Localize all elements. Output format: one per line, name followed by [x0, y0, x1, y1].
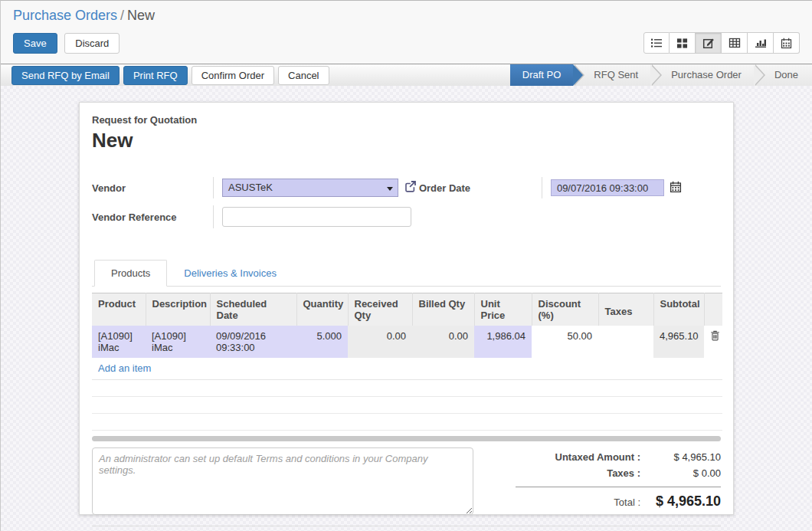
breadcrumb: Purchase Orders/New	[1, 1, 812, 25]
column-header-unit-price[interactable]: Unit Price	[474, 293, 532, 326]
untaxed-amount-value: $ 4,965.10	[640, 449, 721, 465]
order-lines-table: Product Description Scheduled Date Quant…	[92, 293, 722, 431]
table-header-row: Product Description Scheduled Date Quant…	[92, 293, 722, 326]
pivot-view-button[interactable]	[722, 32, 748, 54]
statusbar: Send RFQ by Email Print RFQ Confirm Orde…	[1, 64, 812, 86]
kanban-icon	[676, 38, 688, 49]
cell-taxes[interactable]	[598, 326, 653, 358]
totals-panel: Untaxed Amount : $ 4,965.10 Taxes : $ 0.…	[516, 447, 721, 515]
cell-subtotal: 4,965.10	[653, 326, 704, 358]
status-pipeline: Draft PO RFQ Sent Purchase Order Done	[510, 64, 812, 86]
stage-draft-po[interactable]: Draft PO	[510, 64, 574, 86]
breadcrumb-current: New	[127, 8, 155, 23]
vendor-select[interactable]: ASUSTeK	[222, 179, 398, 197]
calendar-icon	[670, 181, 682, 195]
graph-view-button[interactable]	[748, 32, 774, 54]
date-picker-button[interactable]	[670, 181, 682, 195]
list-icon	[650, 37, 663, 49]
notebook-tabs: Products Deliveries & Invoices	[92, 259, 721, 287]
order-date-input[interactable]	[551, 179, 664, 196]
cell-discount[interactable]: 50.00	[532, 326, 598, 358]
pivot-table-icon	[729, 37, 741, 49]
column-header-description[interactable]: Description	[146, 293, 210, 326]
open-vendor-record-button[interactable]	[404, 180, 417, 195]
bar-chart-icon	[755, 37, 767, 49]
column-header-taxes[interactable]: Taxes	[598, 293, 653, 326]
breadcrumb-separator: /	[117, 8, 127, 23]
horizontal-scrollbar[interactable]	[92, 436, 721, 441]
kanban-view-button[interactable]	[670, 32, 696, 54]
cell-quantity[interactable]: 5.000	[296, 326, 348, 358]
untaxed-amount-label: Untaxed Amount :	[555, 449, 640, 465]
column-header-quantity[interactable]: Quantity	[296, 293, 348, 326]
cancel-button[interactable]: Cancel	[278, 66, 329, 85]
form-background: Request for Quotation New Vendor ASUSTeK	[1, 86, 812, 531]
document-type-label: Request for Quotation	[92, 114, 721, 126]
calendar-view-button[interactable]	[774, 32, 800, 54]
column-header-billed-qty[interactable]: Billed Qty	[412, 293, 474, 326]
terms-and-conditions-textarea[interactable]	[92, 447, 473, 515]
page-title: New	[92, 129, 721, 152]
taxes-value: $ 0.00	[640, 465, 721, 481]
toolbar: Save Discard	[1, 25, 812, 64]
confirm-order-button[interactable]: Confirm Order	[192, 66, 274, 85]
vendor-reference-input[interactable]	[222, 207, 411, 227]
edit-pencil-icon	[702, 37, 715, 49]
stage-purchase-order[interactable]: Purchase Order	[650, 64, 754, 86]
column-header-discount[interactable]: Discount (%)	[532, 293, 598, 326]
chevron-down-icon	[387, 187, 393, 191]
vendor-selected-value: ASUSTeK	[228, 182, 273, 193]
empty-row	[92, 397, 722, 414]
column-header-scheduled-date[interactable]: Scheduled Date	[210, 293, 296, 326]
tab-deliveries-invoices[interactable]: Deliveries & Invoices	[167, 260, 293, 287]
empty-row	[92, 414, 722, 431]
taxes-label: Taxes :	[607, 465, 640, 481]
add-an-item-row: Add an item	[92, 358, 722, 380]
print-rfq-button[interactable]: Print RFQ	[123, 66, 188, 85]
form-view-button[interactable]	[696, 32, 722, 54]
list-view-button[interactable]	[643, 32, 670, 54]
save-button[interactable]: Save	[13, 33, 57, 54]
view-switcher	[643, 32, 800, 54]
sheet-footer-divider	[92, 526, 721, 526]
cell-product[interactable]: [A1090] iMac	[92, 326, 146, 358]
form-sheet: Request for Quotation New Vendor ASUSTeK	[79, 102, 734, 515]
column-header-received-qty[interactable]: Received Qty	[348, 293, 412, 326]
odoo-purchase-order-form: Purchase Orders/New Save Discard	[0, 0, 812, 531]
empty-row	[92, 380, 722, 397]
discard-button[interactable]: Discard	[64, 33, 120, 54]
breadcrumb-purchase-orders-link[interactable]: Purchase Orders	[13, 8, 117, 23]
column-header-subtotal[interactable]: Subtotal	[653, 293, 704, 326]
stage-rfq-sent[interactable]: RFQ Sent	[573, 64, 650, 86]
vendor-reference-label: Vendor Reference	[92, 211, 213, 223]
column-header-product[interactable]: Product	[92, 293, 146, 326]
cell-description[interactable]: [A1090] iMac	[146, 326, 210, 358]
cell-scheduled-date[interactable]: 09/09/2016 09:33:00	[210, 326, 296, 358]
delete-line-button[interactable]	[704, 326, 722, 358]
cell-received-qty: 0.00	[348, 326, 412, 358]
send-rfq-by-email-button[interactable]: Send RFQ by Email	[11, 66, 120, 85]
external-link-icon	[404, 180, 417, 195]
order-line-row[interactable]: [A1090] iMac [A1090] iMac 09/09/2016 09:…	[92, 326, 722, 358]
add-an-item-link[interactable]: Add an item	[98, 362, 151, 374]
column-header-delete	[704, 293, 722, 326]
cell-unit-price[interactable]: 1,986.04	[474, 326, 532, 358]
total-label: Total :	[614, 494, 640, 510]
totals-divider	[516, 487, 721, 487]
order-date-label: Order Date	[419, 182, 542, 194]
total-value: $ 4,965.10	[640, 493, 721, 510]
calendar-icon	[781, 38, 792, 49]
tab-products[interactable]: Products	[94, 260, 167, 287]
vendor-label: Vendor	[92, 182, 213, 194]
cell-billed-qty: 0.00	[412, 326, 474, 358]
trash-icon	[710, 332, 720, 343]
